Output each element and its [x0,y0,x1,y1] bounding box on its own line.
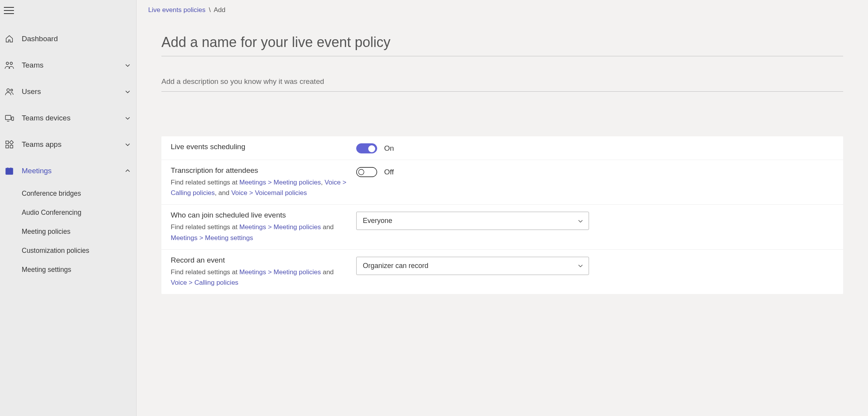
setting-subtext: Find related settings at Meetings > Meet… [171,222,350,243]
link-voicemail-policies[interactable]: Voice > Voicemail policies [231,189,307,197]
chevron-down-icon [125,115,131,121]
svg-rect-7 [6,145,9,148]
setting-title: Transcription for attendees [171,166,350,175]
transcription-toggle[interactable] [356,167,377,177]
svg-point-1 [10,62,12,64]
devices-icon [4,113,15,124]
sidebar-item-dashboard[interactable]: Dashboard [0,26,136,52]
chevron-down-icon [578,263,583,268]
policy-description-input[interactable] [161,75,843,92]
setting-subtext: Find related settings at Meetings > Meet… [171,177,350,198]
setting-row-who-can-join: Who can join scheduled live events Find … [161,204,843,249]
home-icon [4,33,15,44]
sidebar-subitem-meeting-policies[interactable]: Meeting policies [0,222,136,241]
dropdown-value: Everyone [363,217,392,225]
sidebar-item-label: Teams devices [22,114,125,122]
setting-row-record-event: Record an event Find related settings at… [161,249,843,294]
link-meeting-settings[interactable]: Meetings > Meeting settings [171,234,253,242]
sidebar-item-users[interactable]: Users [0,78,136,105]
chevron-down-icon [578,218,583,224]
sidebar-subitem-conference-bridges[interactable]: Conference bridges [0,184,136,203]
setting-title: Live events scheduling [171,143,350,151]
sidebar-item-label: Users [22,87,125,96]
chevron-down-icon [125,62,131,68]
content-area: Live events scheduling On Transcription … [137,20,868,306]
chevron-down-icon [125,141,131,148]
sidebar-item-teams[interactable]: Teams [0,52,136,78]
sidebar-item-label: Meetings [22,167,125,175]
svg-rect-11 [7,171,8,172]
setting-title: Record an event [171,256,350,265]
breadcrumb-parent-link[interactable]: Live events policies [148,6,205,14]
chevron-down-icon [125,89,131,95]
main-content: Live events policies \ Add Live events s… [137,0,868,416]
toggle-label: On [384,144,394,153]
sidebar-subitem-audio-conferencing[interactable]: Audio Conferencing [0,203,136,222]
setting-row-live-events-scheduling: Live events scheduling On [161,136,843,160]
link-meeting-policies[interactable]: Meetings > Meeting policies [239,268,321,276]
svg-point-2 [7,89,10,92]
link-calling-policies[interactable]: Voice > Calling policies [171,279,238,286]
svg-rect-8 [10,145,13,148]
sidebar-item-label: Dashboard [22,35,131,43]
link-meeting-policies[interactable]: Meetings > Meeting policies [239,179,321,186]
breadcrumb: Live events policies \ Add [137,0,868,20]
breadcrumb-separator: \ [209,6,211,14]
svg-rect-12 [357,167,377,177]
dropdown-value: Organizer can record [363,262,428,270]
settings-card: Live events scheduling On Transcription … [161,136,843,294]
setting-title: Who can join scheduled live events [171,211,350,219]
hamburger-menu-button[interactable] [4,7,14,14]
svg-point-0 [6,62,9,64]
app-root: Dashboard Teams Users Teams device [0,0,868,416]
sidebar-item-teams-apps[interactable]: Teams apps [0,131,136,158]
setting-row-transcription: Transcription for attendees Find related… [161,160,843,204]
link-meeting-policies[interactable]: Meetings > Meeting policies [239,223,321,231]
sidebar: Dashboard Teams Users Teams device [0,0,137,416]
teams-icon [4,60,15,71]
chevron-up-icon [125,168,131,174]
sidebar-item-teams-devices[interactable]: Teams devices [0,105,136,131]
svg-rect-9 [10,141,14,144]
users-icon [4,86,15,97]
svg-rect-6 [6,141,9,144]
breadcrumb-current: Add [214,6,225,14]
calendar-icon [4,165,15,176]
toggle-label: Off [384,168,394,176]
record-event-dropdown[interactable]: Organizer can record [356,257,589,275]
setting-subtext: Find related settings at Meetings > Meet… [171,267,350,288]
svg-rect-4 [5,115,11,120]
live-events-scheduling-toggle[interactable] [356,143,377,153]
svg-point-3 [11,89,13,91]
policy-name-input[interactable] [161,32,843,56]
sidebar-item-label: Teams [22,61,125,70]
sidebar-item-meetings[interactable]: Meetings [0,158,136,184]
svg-rect-5 [12,117,14,120]
apps-icon [4,139,15,150]
sidebar-item-label: Teams apps [22,140,125,149]
who-can-join-dropdown[interactable]: Everyone [356,212,589,230]
sidebar-subitem-meeting-settings[interactable]: Meeting settings [0,260,136,279]
sidebar-subitem-customization-policies[interactable]: Customization policies [0,241,136,260]
